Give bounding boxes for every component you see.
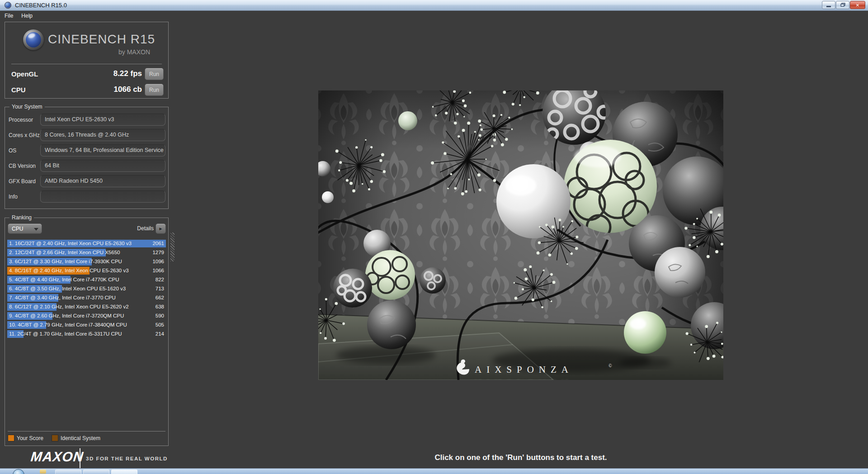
system-row-label: GFX Board: [9, 178, 36, 185]
taskbar-button[interactable]: [55, 469, 81, 474]
ranking-filter-dropdown[interactable]: CPU: [8, 223, 42, 234]
menu-item-help[interactable]: Help: [18, 12, 36, 20]
cpu-result-row: CPU 1066 cb Run: [5, 83, 168, 97]
system-row: ProcessorIntel Xeon CPU E5-2630 v3: [5, 114, 168, 126]
render-scene-graphic: AIXSPONZA © AIXSPONZA: [318, 90, 723, 380]
ranking-row: 10. 4C/8T @ 2.79 GHz, Intel Core i7-3840…: [7, 321, 166, 329]
system-field-cb-version[interactable]: 64 Bit: [40, 160, 165, 172]
logo-subtitle: by MAXON: [118, 48, 150, 56]
title-bar[interactable]: CINEBENCH R15.0 ✕: [0, 0, 868, 11]
opengl-run-button[interactable]: Run: [145, 68, 164, 80]
close-icon: ✕: [856, 3, 859, 8]
ranking-row-score: 662: [156, 295, 164, 300]
ranking-row-label: 10. 4C/8T @ 2.79 GHz, Intel Core i7-3840…: [9, 322, 127, 327]
svg-text:©: ©: [609, 363, 612, 368]
cpu-score: 1066 cb: [114, 85, 142, 94]
system-row-label: Processor: [9, 117, 33, 123]
maxon-tagline: 3D FOR THE REAL WORLD: [86, 456, 168, 461]
your-system-title: Your System: [9, 104, 45, 110]
status-message: Click on one of the 'Run' buttons to sta…: [318, 453, 723, 462]
panel-resize-grip[interactable]: [170, 232, 175, 261]
ranking-row-score: 1279: [152, 250, 164, 255]
ranking-row: 11. 2C/4T @ 1.70 GHz, Intel Core i5-3317…: [7, 330, 166, 338]
system-row-label: Cores x GHz: [9, 132, 40, 138]
ranking-row-label: 9. 4C/8T @ 2.60 GHz, Intel Core i7-3720Q…: [9, 313, 124, 318]
taskbar-button-active[interactable]: [111, 469, 137, 474]
app-icon: [5, 2, 11, 9]
legend-swatch: [8, 435, 14, 441]
ranking-row-label: 4. 8C/16T @ 2.40 GHz, Intel Xeon CPU E5-…: [9, 268, 129, 273]
ranking-row-score: 638: [156, 304, 164, 309]
ranking-row-label: 11. 2C/4T @ 1.70 GHz, Intel Core i5-3317…: [9, 331, 122, 337]
ranking-filter-value: CPU: [12, 226, 23, 232]
legend-item: Your Score: [8, 435, 43, 441]
maximize-icon: [840, 3, 845, 7]
ranking-row-label: 6. 4C/8T @ 3.50 GHz, Intel Xeon CPU E5-1…: [9, 286, 126, 291]
window-title: CINEBENCH R15.0: [15, 2, 67, 9]
legend-swatch: [52, 435, 58, 441]
ranking-row: 5. 4C/8T @ 4.40 GHz, Intel Core i7-4770K…: [7, 276, 166, 284]
opengl-result-row: OpenGL 8.22 fps Run: [5, 67, 168, 81]
chevron-down-icon: [34, 228, 38, 231]
ranking-row-score: 2061: [152, 241, 164, 246]
arrow-right-icon: ►: [159, 226, 163, 231]
results-separator: [11, 64, 162, 64]
system-field-processor[interactable]: Intel Xeon CPU E5-2630 v3: [40, 114, 165, 126]
minimize-icon: [826, 6, 831, 7]
ranking-row: 7. 4C/8T @ 3.40 GHz, Intel Core i7-3770 …: [7, 294, 166, 302]
legend-item: Identical System: [52, 435, 100, 441]
system-row: OSWindows 7, 64 Bit, Professional Editio…: [5, 144, 168, 157]
ranking-row-label: 7. 4C/8T @ 3.40 GHz, Intel Core i7-3770 …: [9, 295, 116, 300]
cinebench-logo: CINEBENCH R15 by MAXON: [5, 27, 168, 62]
ranking-row-label: 8. 6C/12T @ 2.10 GHz, Intel Xeon CPU E5-…: [9, 304, 129, 309]
your-system-panel: Your System ProcessorIntel Xeon CPU E5-2…: [5, 107, 169, 209]
maxon-logo: MAXON: [30, 449, 84, 465]
ranking-row-score: 713: [156, 286, 164, 291]
ranking-row-score: 1096: [152, 259, 164, 264]
ranking-row-label: 1. 16C/32T @ 2.40 GHz, Intel Xeon CPU E5…: [9, 241, 132, 246]
maximize-button[interactable]: [836, 1, 849, 9]
system-row-label: Info: [9, 194, 18, 200]
ranking-row-label: 3. 6C/12T @ 3.30 GHz, Intel Core i7-3930…: [9, 259, 122, 264]
footer-divider: [80, 448, 80, 468]
render-preview: AIXSPONZA © AIXSPONZA: [318, 90, 723, 380]
ranking-legend: Your ScoreIdentical System: [8, 435, 106, 441]
system-row: CB Version64 Bit: [5, 160, 168, 172]
ranking-row: 1. 16C/32T @ 2.40 GHz, Intel Xeon CPU E5…: [7, 240, 166, 247]
ranking-row-score: 590: [156, 313, 164, 318]
system-field-gfx-board[interactable]: AMD Radeon HD 5450: [40, 175, 165, 187]
ranking-row: 4. 8C/16T @ 2.40 GHz, Intel Xeon CPU E5-…: [7, 267, 166, 275]
ranking-title: Ranking: [9, 214, 34, 221]
opengl-label: OpenGL: [11, 70, 38, 78]
system-field-cores-x-ghz[interactable]: 8 Cores, 16 Threads @ 2.40 GHz: [40, 129, 165, 141]
ranking-row-label: 2. 12C/24T @ 2.66 GHz, Intel Xeon CPU X5…: [9, 250, 120, 255]
ranking-row: 8. 6C/12T @ 2.10 GHz, Intel Xeon CPU E5-…: [7, 303, 166, 311]
close-button[interactable]: ✕: [850, 1, 865, 9]
cinebench-ball-icon: [23, 29, 44, 50]
details-button[interactable]: ►: [156, 223, 166, 234]
ranking-row-score: 822: [156, 277, 164, 282]
cpu-run-button[interactable]: Run: [145, 84, 164, 96]
system-row: Cores x GHz8 Cores, 16 Threads @ 2.40 GH…: [5, 129, 168, 142]
system-field-info[interactable]: [40, 190, 165, 203]
system-field-os[interactable]: Windows 7, 64 Bit, Professional Edition …: [40, 144, 165, 156]
minimize-button[interactable]: [822, 1, 835, 9]
folder-icon[interactable]: [40, 469, 46, 474]
menu-bar: FileHelp: [0, 11, 868, 20]
system-row-label: CB Version: [9, 163, 36, 169]
svg-text:AIXSPONZA: AIXSPONZA: [475, 364, 573, 375]
menu-item-file[interactable]: File: [1, 12, 17, 20]
ranking-row-score: 1066: [152, 268, 164, 273]
legend-label: Identical System: [61, 435, 100, 441]
opengl-score: 8.22 fps: [113, 69, 142, 78]
ranking-row-score: 214: [156, 331, 164, 337]
svg-text:AIXSPONZA: AIXSPONZA: [475, 378, 573, 380]
cinebench-window: CINEBENCH R15.0 ✕ FileHelp CINEBENCH R15…: [0, 0, 868, 474]
ranking-panel: Ranking CPU Details ► 1. 16C/32T @ 2.40 …: [5, 218, 169, 446]
cpu-label: CPU: [11, 86, 26, 94]
results-panel: CINEBENCH R15 by MAXON OpenGL 8.22 fps R…: [5, 22, 169, 99]
taskbar-button[interactable]: [83, 469, 109, 474]
ranking-row: 9. 4C/8T @ 2.60 GHz, Intel Core i7-3720Q…: [7, 312, 166, 320]
ranking-row: 6. 4C/8T @ 3.50 GHz, Intel Xeon CPU E5-1…: [7, 285, 166, 293]
ranking-row-score: 505: [156, 322, 164, 327]
